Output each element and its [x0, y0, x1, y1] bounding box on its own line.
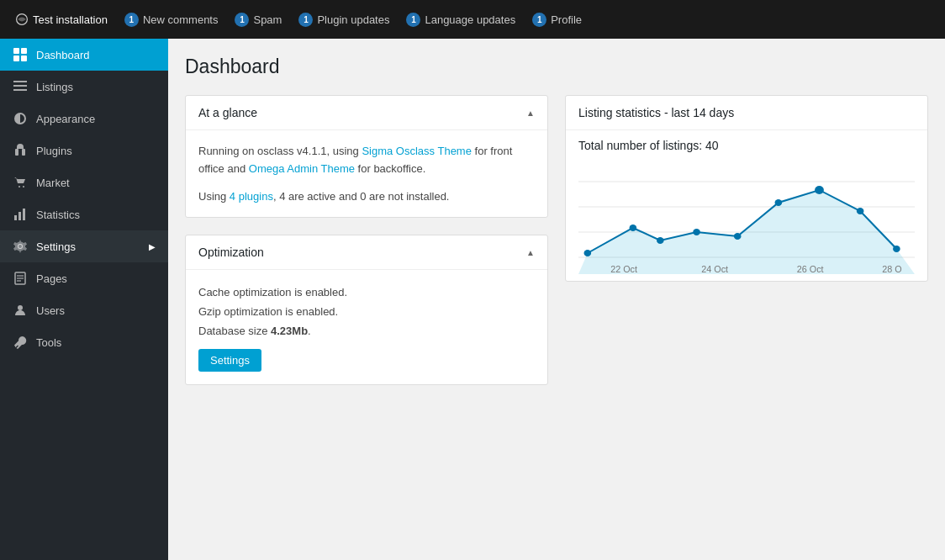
listing-stats-header: Listing statistics - last 14 days: [566, 96, 927, 130]
sidebar-label-users: Users: [36, 304, 65, 317]
svg-rect-14: [23, 209, 25, 220]
optimization-header: Optimization ▲: [186, 235, 547, 270]
svg-rect-4: [21, 55, 27, 61]
sidebar-label-tools: Tools: [36, 336, 61, 349]
sidebar-item-appearance[interactable]: Appearance: [0, 103, 168, 135]
content-grid: At a glance ▲ Running on osclass v4.1.1,…: [185, 95, 928, 385]
listing-stats-chart: 22 Oct 24 Oct 26 Oct 28 O: [566, 156, 927, 281]
svg-rect-5: [13, 81, 27, 82]
at-a-glance-card: At a glance ▲ Running on osclass v4.1.1,…: [185, 95, 548, 218]
sidebar-label-appearance: Appearance: [36, 113, 95, 125]
optimization-settings-button[interactable]: Settings: [198, 349, 261, 372]
chart-svg: 22 Oct 24 Oct 26 Oct 28 O: [578, 165, 915, 274]
sidebar-label-dashboard: Dashboard: [36, 49, 90, 61]
svg-point-30: [775, 199, 783, 206]
sidebar-item-settings[interactable]: Settings ▶: [0, 230, 168, 262]
svg-point-26: [630, 225, 637, 231]
svg-rect-12: [14, 215, 17, 220]
plugin-updates-nav[interactable]: 1 Plugin updates: [292, 9, 396, 30]
at-glance-plugins: Using 4 plugins, 4 are active and 0 are …: [198, 188, 535, 205]
svg-point-27: [657, 237, 664, 244]
svg-point-25: [583, 250, 591, 256]
site-name[interactable]: Test installation: [8, 9, 114, 29]
opt-item-2: Gzip optimization is enabled.: [198, 302, 535, 321]
omega-theme-link[interactable]: Omega Admin Theme: [249, 162, 355, 175]
settings-icon: [13, 239, 28, 254]
dashboard-icon: [13, 47, 28, 62]
settings-chevron: ▶: [149, 242, 156, 251]
svg-point-29: [734, 233, 742, 240]
svg-rect-8: [15, 149, 18, 156]
layout: Dashboard Listings Appearance Plugins Ma…: [0, 39, 945, 560]
sidebar-label-market: Market: [36, 177, 70, 189]
sidebar-label-statistics: Statistics: [36, 209, 80, 221]
svg-text:22 Oct: 22 Oct: [610, 265, 637, 274]
sidebar-label-listings: Listings: [36, 81, 73, 93]
opt-item-1: Cache optimization is enabled.: [198, 283, 535, 302]
svg-text:28 O: 28 O: [882, 265, 901, 274]
sidebar-item-market[interactable]: Market: [0, 166, 168, 198]
opt-collapse[interactable]: ▲: [526, 248, 535, 257]
sidebar-item-statistics[interactable]: Statistics: [0, 198, 168, 230]
sidebar: Dashboard Listings Appearance Plugins Ma…: [0, 39, 168, 560]
svg-rect-13: [18, 212, 21, 220]
profile-nav[interactable]: 1 Profile: [525, 9, 589, 30]
svg-point-19: [18, 305, 23, 310]
listing-stats-total: Total number of listings: 40: [566, 130, 927, 152]
svg-text:26 Oct: 26 Oct: [797, 265, 824, 274]
sidebar-item-users[interactable]: Users: [0, 294, 168, 326]
optimization-card: Optimization ▲ Cache optimization is ena…: [185, 235, 548, 385]
sidebar-label-pages: Pages: [36, 272, 67, 285]
svg-point-11: [23, 186, 24, 188]
sidebar-item-listings[interactable]: Listings: [0, 71, 168, 103]
sidebar-item-pages[interactable]: Pages: [0, 262, 168, 294]
at-a-glance-body: Running on osclass v4.1.1, using Sigma O…: [186, 130, 547, 217]
at-glance-text: Running on osclass v4.1.1, using Sigma O…: [198, 143, 535, 178]
new-comments-nav[interactable]: 1 New comments: [118, 9, 225, 30]
tools-icon: [13, 335, 28, 350]
svg-rect-6: [13, 85, 27, 87]
svg-text:24 Oct: 24 Oct: [701, 265, 728, 274]
listing-stats-card: Listing statistics - last 14 days Total …: [565, 95, 928, 282]
pages-icon: [13, 271, 28, 286]
sidebar-label-settings: Settings: [36, 240, 76, 253]
at-glance-collapse[interactable]: ▲: [526, 108, 535, 118]
appearance-icon: [13, 111, 28, 126]
language-updates-nav[interactable]: 1 Language updates: [399, 9, 522, 30]
opt-item-3: Database size 4.23Mb.: [198, 321, 535, 341]
svg-rect-9: [22, 149, 25, 156]
sidebar-item-tools[interactable]: Tools: [0, 326, 168, 358]
left-column: At a glance ▲ Running on osclass v4.1.1,…: [185, 95, 548, 385]
sidebar-label-plugins: Plugins: [36, 145, 72, 157]
svg-point-31: [815, 186, 824, 194]
optimization-body: Cache optimization is enabled. Gzip opti…: [186, 270, 547, 384]
page-title: Dashboard: [185, 55, 928, 78]
svg-point-10: [18, 186, 20, 188]
svg-point-28: [693, 229, 700, 235]
statistics-icon: [13, 207, 28, 222]
svg-rect-3: [13, 55, 19, 61]
main-content: Dashboard At a glance ▲ Running on oscla…: [168, 39, 945, 560]
svg-rect-7: [13, 89, 27, 91]
at-a-glance-header: At a glance ▲: [186, 96, 547, 130]
sidebar-item-plugins[interactable]: Plugins: [0, 135, 168, 166]
plugins-icon: [13, 143, 28, 158]
spam-nav[interactable]: 1 Spam: [228, 9, 288, 30]
svg-rect-1: [13, 48, 19, 54]
topbar: Test installation 1 New comments 1 Spam …: [0, 0, 945, 39]
sigma-theme-link[interactable]: Sigma Osclass Theme: [362, 145, 472, 157]
svg-marker-24: [578, 190, 915, 274]
svg-point-33: [893, 246, 900, 252]
right-column: Listing statistics - last 14 days Total …: [565, 95, 928, 385]
market-icon: [13, 175, 28, 190]
listings-icon: [13, 79, 28, 94]
plugins-link[interactable]: 4 plugins: [230, 190, 273, 203]
users-icon: [13, 303, 28, 318]
svg-rect-2: [21, 48, 27, 54]
sidebar-item-dashboard[interactable]: Dashboard: [0, 39, 168, 71]
svg-point-32: [857, 208, 864, 214]
